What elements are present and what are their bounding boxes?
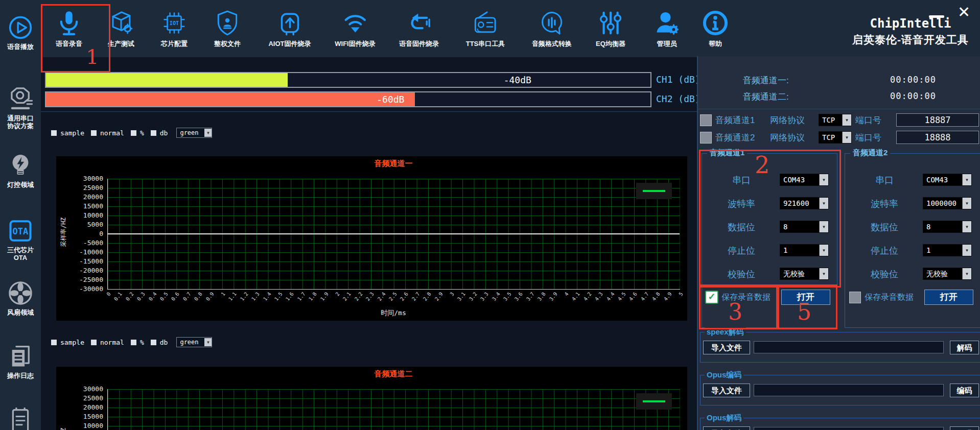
- open-serial-button-ch2[interactable]: 打开: [924, 290, 973, 305]
- x-axis-tick-label: 3.4: [491, 291, 501, 302]
- chevron-down-icon: ▼: [962, 198, 971, 209]
- y-axis-tick-label: 30000: [56, 175, 103, 182]
- wave-color-value: green: [177, 339, 204, 346]
- toolbar-item-label: AIOT固件烧录: [268, 39, 311, 49]
- x-axis-tick-label: 1.1: [227, 291, 238, 302]
- chevron-down-icon: ▼: [204, 338, 212, 346]
- minimize-button[interactable]: [929, 15, 944, 18]
- x-axis-tick-label: 0.7: [182, 291, 192, 302]
- toolbar-item-7[interactable]: 语音固件烧录: [399, 9, 439, 49]
- close-button[interactable]: ✕: [958, 3, 970, 21]
- checkbox-db[interactable]: [151, 130, 156, 136]
- sidebar-item-2[interactable]: 通用串口 协议方案: [0, 86, 41, 130]
- license-shield-icon: [214, 9, 241, 37]
- codec-path-input[interactable]: [754, 384, 944, 396]
- sidebar-item-label: 语音播放: [7, 43, 34, 51]
- codec-path-input[interactable]: [754, 341, 944, 353]
- toolbar-item-1[interactable]: 语音录音: [55, 9, 83, 49]
- checkbox-label-db: db: [160, 339, 168, 346]
- save-record-checkbox-ch1[interactable]: ✓: [705, 291, 718, 304]
- toolbar-item-4[interactable]: 整权文件: [214, 9, 241, 49]
- serial-field-select-5[interactable]: 无校验▼: [780, 268, 829, 280]
- sidebar-item-label: 操作日志: [7, 372, 34, 379]
- x-axis-tick-label: 4.7: [640, 291, 650, 302]
- eq-icon: [597, 9, 624, 37]
- checkbox-normal[interactable]: [91, 340, 97, 345]
- serial-field-label-3: 数据位: [713, 221, 769, 233]
- wave-color-select[interactable]: green▼: [176, 128, 212, 138]
- serial-field-label-2: 波特率: [713, 198, 769, 210]
- serial-field-select-4[interactable]: 1▼: [923, 244, 972, 256]
- wifi-firmware-icon: [341, 9, 369, 37]
- x-axis-tick-label: 0: [105, 291, 111, 297]
- checkbox-sample[interactable]: [51, 130, 57, 136]
- protocol-select-ch1[interactable]: TCP▼: [819, 114, 852, 126]
- checkbox-label-sample: sample: [60, 339, 84, 346]
- serial-field-label-4: 停止位: [713, 245, 769, 257]
- serial-field-select-3[interactable]: 8▼: [923, 221, 972, 233]
- serial-field-select-3[interactable]: 8▼: [780, 221, 829, 233]
- app-subtitle: 启英泰伦-语音开发工具: [842, 33, 979, 47]
- port-input-ch2[interactable]: 18888: [896, 131, 979, 144]
- toolbar-item-12[interactable]: 帮助: [702, 9, 729, 49]
- sidebar-item-1[interactable]: 语音播放: [0, 14, 41, 51]
- toolbar-item-10[interactable]: EQ均衡器: [596, 9, 625, 49]
- serial-field-select-4[interactable]: 1▼: [780, 244, 829, 256]
- serial-field-label-5: 校验位: [856, 268, 913, 280]
- port-input-ch1[interactable]: 18887: [896, 113, 979, 127]
- checkbox-sample[interactable]: [51, 340, 57, 345]
- toolbar-item-5[interactable]: AIOT固件烧录: [268, 9, 311, 49]
- codec-section-title: Opus编码: [705, 370, 743, 380]
- port-label: 端口号: [855, 114, 881, 126]
- toolbar-item-label: 芯片配置: [161, 39, 188, 49]
- toolbar-item-11[interactable]: 管理员: [653, 9, 681, 49]
- save-record-checkbox-ch2[interactable]: [849, 292, 861, 303]
- sidebar-item-4[interactable]: OTA三代芯片 OTA: [0, 218, 41, 261]
- codec-action-button[interactable]: 解码: [950, 426, 979, 430]
- timer-label-ch1: 音频通道一:: [743, 75, 789, 86]
- serial-field-value: 921600: [780, 198, 819, 209]
- serial-field-label-4: 停止位: [856, 245, 913, 257]
- toolbar-item-9[interactable]: 音频格式转换: [532, 9, 572, 49]
- import-file-button[interactable]: 导入文件: [703, 426, 750, 430]
- y-axis-tick-label: -25000: [56, 276, 103, 283]
- x-axis-tick-label: 1.9: [319, 291, 329, 302]
- sidebar-item-3[interactable]: 灯控领域: [0, 152, 41, 188]
- toolbar-item-2[interactable]: 生产测试: [107, 9, 135, 49]
- wave-color-select[interactable]: green▼: [176, 337, 212, 347]
- toolbar-item-8[interactable]: TTS串口工具: [466, 9, 505, 49]
- sidebar-item-label: 风扇领域: [7, 308, 34, 316]
- serial-group-title: 音频通道2: [850, 148, 890, 158]
- protocol-select-ch2[interactable]: TCP▼: [819, 131, 852, 144]
- serial-field-select-2[interactable]: 921600▼: [780, 197, 829, 209]
- toolbar-item-6[interactable]: WIFI固件烧录: [335, 9, 375, 49]
- import-file-button[interactable]: 导入文件: [703, 384, 750, 397]
- x-axis-tick-label: 3.5: [502, 291, 512, 302]
- sidebar-item-5[interactable]: 风扇领域: [0, 280, 41, 316]
- network-enable-checkbox-ch1[interactable]: [700, 114, 712, 126]
- checkbox-label-sample: sample: [60, 129, 84, 137]
- serial-field-select-5[interactable]: 无校验▼: [923, 268, 972, 280]
- network-enable-checkbox-ch2[interactable]: [700, 132, 712, 144]
- serial-field-select-1[interactable]: COM43▼: [780, 174, 829, 186]
- codec-path-input[interactable]: [754, 427, 944, 430]
- codec-action-button[interactable]: 编码: [950, 384, 979, 397]
- checkbox-%[interactable]: [131, 340, 136, 345]
- checkbox-normal[interactable]: [91, 130, 97, 136]
- checkbox-db[interactable]: [151, 340, 156, 345]
- x-axis-tick-label: 3.1: [456, 291, 466, 302]
- sidebar-item-6[interactable]: 操作日志: [0, 343, 41, 379]
- import-file-button[interactable]: 导入文件: [703, 341, 750, 354]
- toolbar-item-label: 管理员: [657, 39, 677, 49]
- y-axis-tick-label: 20000: [56, 403, 103, 411]
- open-serial-button-ch1[interactable]: 打开: [781, 290, 830, 305]
- serial-field-select-2[interactable]: 1000000▼: [923, 197, 972, 209]
- serial-field-select-1[interactable]: COM43▼: [923, 174, 972, 186]
- sidebar: 语音播放通用串口 协议方案灯控领域OTA三代芯片 OTA风扇领域操作日志: [0, 0, 41, 430]
- codec-action-button[interactable]: 解码: [950, 341, 979, 354]
- toolbar-item-3[interactable]: IOT芯片配置: [160, 9, 188, 49]
- sidebar-item-7[interactable]: [0, 407, 41, 430]
- x-axis-tick-label: 2.5: [388, 291, 398, 302]
- network-channel-label: 音频通道2: [715, 132, 755, 144]
- checkbox-%[interactable]: [131, 130, 136, 136]
